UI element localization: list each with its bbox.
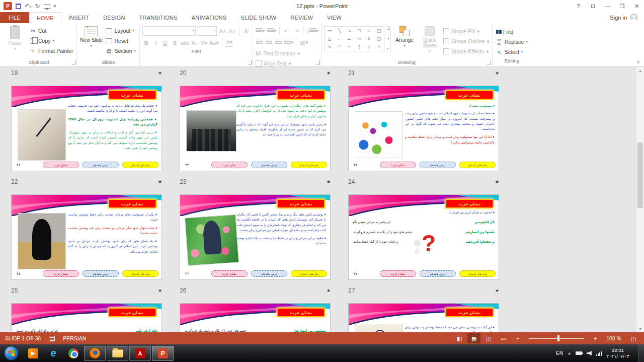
start-button[interactable] (4, 346, 19, 360)
slide-thumbnail-22[interactable]: نشان عزت یکی از مسئولیت های مردان، همانن… (11, 194, 162, 280)
nav-button-dars[interactable]: درس هفدهم (251, 162, 287, 168)
layout-button[interactable]: Layout▾ (105, 26, 137, 36)
slide-thumbnail-26[interactable]: نشان عزت یَغضُضنَ مِن أبصارِهِنَّچشم های… (180, 303, 331, 332)
nav-button-payamha-asman[interactable]: پیام های آسمان (291, 270, 327, 277)
font-dialog-launcher[interactable] (248, 60, 252, 64)
slide-thumbnail-27[interactable]: نشان عزت این آیات به روشنی نشان می دهد ک… (348, 303, 499, 332)
nav-button-payamha-asman[interactable]: پیام های آسمان (122, 270, 158, 277)
select-button[interactable]: ⇖Select▾ (495, 47, 529, 57)
nav-button-neshan-ezzat[interactable]: نشان عزت (380, 270, 416, 277)
slide-cell-27[interactable]: 27 ★ نشان عزت این آیات به روشنی نشان می … (348, 286, 499, 332)
slide-thumbnail-20[interactable]: نشان عزت طبق گفته های رهگذران، پلیس به ا… (180, 86, 331, 171)
tab-insert[interactable]: INSERT (61, 12, 96, 23)
redo-icon[interactable]: ↻ (35, 3, 40, 9)
taskbar-acrobat[interactable]: A (129, 346, 151, 361)
vertical-scrollbar[interactable]: ▲ ▼ (636, 67, 644, 332)
taskbar-media-player[interactable]: ▶ (23, 346, 43, 361)
nav-button-neshan-ezzat[interactable]: نشان عزت (43, 162, 79, 168)
zoom-in-button[interactable]: + (589, 333, 602, 343)
ribbon-display-options-button[interactable]: ⊡ (586, 1, 600, 12)
tray-language[interactable]: EN (556, 350, 563, 356)
shapes-gallery-scroll[interactable]: ▲▼▾ (386, 26, 391, 51)
taskbar-firefox[interactable] (84, 346, 106, 361)
minimize-button[interactable]: — (600, 1, 615, 12)
reset-button[interactable]: Reset (105, 36, 137, 46)
slide-thumbnail-21[interactable]: نشان عزت مسئولیت مشترک حفظ حجاب از دستور… (348, 86, 499, 171)
format-painter-button[interactable]: ✎Format Painter (29, 46, 74, 56)
close-button[interactable]: ✕ (629, 1, 644, 12)
network-signal-icon[interactable] (596, 351, 602, 356)
zoom-slider[interactable] (529, 338, 584, 339)
nav-button-neshan-ezzat[interactable]: نشان عزت (211, 270, 248, 277)
tab-home[interactable]: HOME (29, 12, 61, 23)
slide-cell-22[interactable]: 22 ★ نشان عزت یکی از مسئولیت های مردان، … (11, 178, 162, 280)
collapse-ribbon-button[interactable]: ∧ (636, 59, 640, 64)
tab-review[interactable]: REVIEW (283, 12, 320, 23)
slideshow-view-button[interactable]: ▭ (497, 333, 510, 343)
scrollbar-thumb[interactable] (637, 142, 643, 208)
clipboard-dialog-launcher[interactable] (71, 60, 75, 64)
help-button[interactable]: ? (571, 1, 586, 12)
nav-button-dars[interactable]: درس هفدهم (83, 270, 119, 277)
show-desktop-button[interactable] (638, 344, 644, 362)
slide-cell-19[interactable]: 19 ★ نشان عزت حجاب یک پیام غیرقابل تردید… (11, 69, 162, 171)
zoom-level[interactable]: 100 % (606, 335, 621, 341)
slide-cell-20[interactable]: 20 ★ نشان عزت طبق گفته های رهگذران، پلیس… (180, 69, 331, 171)
cut-button[interactable]: ✂Cut (29, 26, 74, 36)
nav-button-dars[interactable]: درس هفدهم (83, 162, 119, 168)
slide-thumbnail-23[interactable]: نشان عزت پوشیدن لباس های تنگ و بدن نما، … (180, 194, 331, 280)
paragraph-dialog-launcher[interactable] (316, 60, 320, 64)
nav-button-payamha-asman[interactable]: پیام های آسمان (459, 270, 496, 277)
nav-button-dars[interactable]: درس هفدهم (420, 270, 456, 277)
new-slide-button[interactable]: New Slide▾ (79, 25, 103, 56)
slide-thumbnail-19[interactable]: نشان عزت حجاب یک پیام غیرقابل تردید به پ… (11, 86, 162, 171)
nav-button-payamha-asman[interactable]: پیام های آسمان (291, 162, 327, 168)
language-indicator[interactable]: PERSIAN (63, 335, 86, 341)
slide-cell-24[interactable]: 24 ★ نشان عزت خداوند در قرآن کریم می فرم… (348, 178, 499, 280)
tab-transitions[interactable]: TRANSITIONS (132, 12, 185, 23)
fit-to-window-button[interactable]: ◳ (627, 333, 640, 343)
zoom-slider-handle[interactable] (557, 335, 559, 341)
restore-button[interactable]: ❐ (615, 1, 629, 12)
taskbar-chrome[interactable] (63, 346, 84, 361)
start-slideshow-icon[interactable] (44, 4, 50, 9)
zoom-out-button[interactable]: − (511, 333, 524, 343)
nav-button-neshan-ezzat[interactable]: نشان عزت (43, 270, 79, 277)
drawing-dialog-launcher[interactable] (487, 60, 491, 64)
hidden-icons-arrow[interactable]: ▲ (568, 351, 571, 355)
tab-view[interactable]: VIEW (320, 12, 349, 23)
shapes-gallery[interactable]: ▭╲↘□○▢ △⌐⌙⇨⇩◻ ∿◠~{}☆ (324, 26, 384, 51)
scroll-down-arrow[interactable]: ▼ (638, 325, 642, 332)
slide-thumbnail-24[interactable]: نشان عزت خداوند در قرآن کریم می فرماید: … (348, 194, 499, 280)
save-icon[interactable] (16, 4, 21, 9)
scroll-up-arrow[interactable]: ▲ (638, 67, 642, 74)
tab-file[interactable]: FILE (0, 12, 29, 23)
taskbar-powerpoint[interactable]: P (152, 346, 174, 361)
nav-button-dars[interactable]: درس هفدهم (251, 270, 287, 277)
slide-cell-23[interactable]: 23 ★ نشان عزت پوشیدن لباس های تنگ و بدن … (180, 178, 331, 280)
tab-design[interactable]: DESIGN (96, 12, 132, 23)
slide-cell-21[interactable]: 21 ★ نشان عزت مسئولیت مشترک حفظ حجاب از … (348, 69, 499, 171)
replace-button[interactable]: abacReplace▾ (495, 37, 529, 47)
customize-qat-icon[interactable]: ▾ (54, 4, 56, 9)
copy-button[interactable]: Copy▾ (29, 36, 74, 46)
undo-icon[interactable]: ↶▾ (25, 3, 32, 9)
sign-in[interactable]: Sign in (610, 12, 644, 23)
arrange-button[interactable]: Arrange▾ (393, 25, 416, 56)
tab-animations[interactable]: ANIMATIONS (185, 12, 234, 23)
spellcheck-icon[interactable] (49, 336, 55, 341)
reading-view-button[interactable]: ◫ (482, 333, 495, 343)
normal-view-button[interactable]: ◧ (453, 333, 466, 343)
slide-thumbnail-25[interactable]: نشان عزت ذلِکَ أزکی لَهُمکه این برای آنا… (11, 303, 162, 332)
nav-button-payamha-asman[interactable]: پیام های آسمان (122, 162, 158, 168)
battery-icon[interactable] (576, 351, 582, 355)
taskbar-file-explorer[interactable] (107, 346, 128, 361)
nav-button-dars[interactable]: درس هفدهم (420, 162, 456, 168)
nav-button-neshan-ezzat[interactable]: نشان عزت (380, 162, 416, 168)
section-button[interactable]: ▤Section▾ (105, 46, 137, 56)
nav-button-neshan-ezzat[interactable]: نشان عزت (211, 162, 248, 168)
slide-cell-25[interactable]: 25 ★ نشان عزت ذلِکَ أزکی لَهُمکه این برا… (11, 286, 162, 332)
taskbar-internet-explorer[interactable]: e (43, 346, 63, 361)
nav-button-payamha-asman[interactable]: پیام های آسمان (459, 162, 496, 168)
clock[interactable]: 22:01 ۲۰۲۱/۰۶/۰۴ (606, 347, 629, 359)
